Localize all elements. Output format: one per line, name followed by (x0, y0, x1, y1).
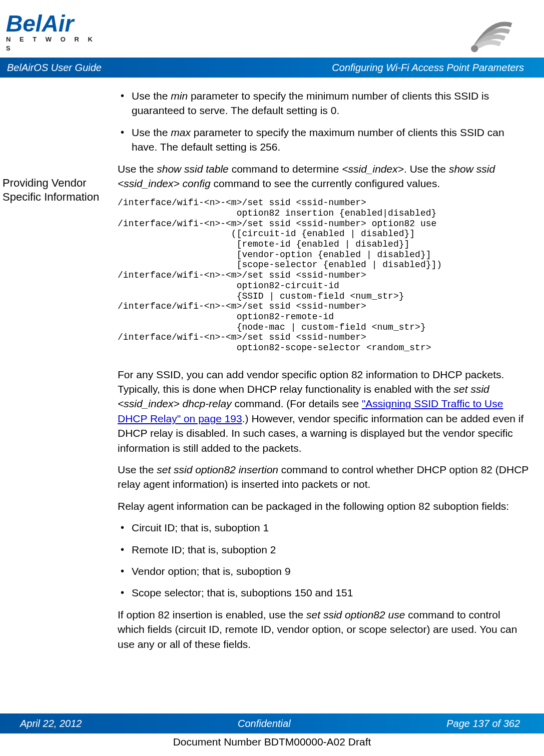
text: Use the (118, 464, 157, 475)
text: If option 82 insertion is enabled, use t… (118, 609, 306, 620)
use-paragraph: If option 82 insertion is enabled, use t… (118, 607, 529, 651)
footer-confidential: Confidential (238, 716, 291, 730)
logo-brand-bottom: N E T W O R K S (6, 35, 99, 53)
guide-title: BelAirOS User Guide (7, 61, 102, 75)
text: command. (For details see (232, 398, 362, 409)
vendor-paragraph: For any SSID, you can add vendor specifi… (118, 367, 529, 455)
belair-logo: BelAir N E T W O R K S (6, 15, 99, 53)
wifi-arc-icon (469, 14, 514, 54)
chapter-title: Configuring Wi-Fi Access Point Parameter… (332, 61, 524, 75)
param-name: min (171, 90, 188, 102)
document-number: Document Number BDTM00000-A02 Draft (0, 734, 544, 749)
command: set ssid option82 use (306, 609, 405, 620)
list-item: Use the max parameter to specify the max… (118, 125, 529, 155)
param-bullet-list: Use the min parameter to specify the min… (118, 89, 529, 155)
insertion-paragraph: Use the set ssid option82 insertion comm… (118, 462, 529, 492)
param-name: max (171, 127, 191, 138)
svg-point-0 (471, 45, 478, 52)
main-column: Use the min parameter to specify the min… (118, 89, 529, 658)
text: command to see the currently configured … (211, 178, 440, 189)
text: command to determine (229, 163, 342, 175)
list-item: Remote ID; that is, suboption 2 (118, 542, 529, 557)
suboption-list: Circuit ID; that is, suboption 1 Remote … (118, 520, 529, 600)
list-item: Use the min parameter to specify the min… (118, 89, 529, 118)
list-item: Vendor option; that is, suboption 9 (118, 564, 529, 578)
list-item: Circuit ID; that is, suboption 1 (118, 520, 529, 535)
side-column: Providing Vendor Specific Information (3, 89, 118, 658)
footer-date: April 22, 2012 (20, 716, 82, 730)
argument: <ssid_index> (342, 163, 404, 175)
footer-page: Page 137 of 362 (446, 716, 520, 730)
text: Use the (118, 163, 157, 175)
text: For any SSID, you can add vendor specifi… (118, 369, 504, 395)
logo-brand-top: BelAir (6, 15, 99, 33)
text: Use the (132, 90, 171, 102)
text: Use the (132, 127, 171, 138)
section-title: Providing Vendor Specific Information (3, 176, 111, 204)
footer-bar: April 22, 2012 Confidential Page 137 of … (0, 713, 544, 733)
text: . Use the (404, 163, 449, 175)
cli-code-block: /interface/wifi-<n>-<m>/set ssid <ssid-n… (118, 198, 529, 353)
suboptions-intro: Relay agent information can be packaged … (118, 499, 529, 513)
header-logos: BelAir N E T W O R K S (0, 0, 544, 58)
command: set ssid option82 insertion (157, 464, 278, 475)
command: show ssid table (157, 163, 229, 175)
content-area: Providing Vendor Specific Information Us… (0, 89, 544, 658)
title-bar: BelAirOS User Guide Configuring Wi-Fi Ac… (0, 58, 544, 78)
list-item: Scope selector; that is, suboptions 150 … (118, 585, 529, 600)
show-ssid-paragraph: Use the show ssid table command to deter… (118, 162, 529, 191)
